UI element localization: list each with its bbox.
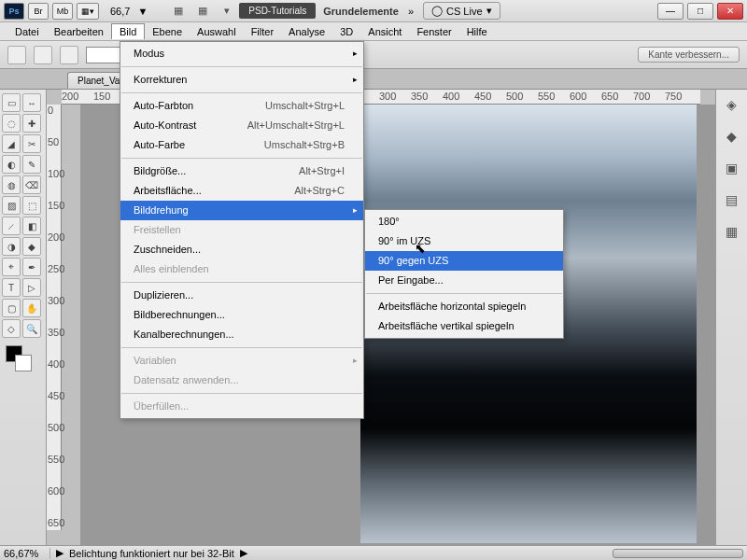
status-arrow2-icon[interactable]: ▶ (240, 547, 247, 559)
tool-slice[interactable]: ✂ (22, 134, 41, 153)
zoom-tool-icon[interactable]: ▦ (194, 4, 211, 19)
bridge-icon[interactable]: Br (28, 3, 49, 20)
scrollbar-horizontal[interactable] (253, 549, 743, 558)
menu-bild-dropdown: Modus Korrekturen Auto-FarbtonUmschalt+S… (120, 41, 364, 419)
minibridge-icon[interactable]: Mb (52, 3, 73, 20)
screenmode-icon[interactable]: ▦▾ (77, 3, 99, 20)
menu-item-modus[interactable]: Modus (120, 44, 363, 63)
status-message: Belichtung funktioniert nur bei 32-Bit (69, 548, 234, 559)
tool-brush[interactable]: ◍ (2, 175, 21, 194)
toolbox: ▭ ↔ ◌ ✚ ◢ ✂ ◐ ✎ ◍ ⌫ ▨ ⬚ ⟋ ◧ ◑ ◆ ⌖ ✒ T ▷ … (0, 90, 47, 545)
menu-item-duplizieren[interactable]: Duplizieren... (120, 286, 363, 305)
menu-item-90ccw[interactable]: 90° gegen UZS (365, 251, 563, 271)
menu-item-auto-farbe[interactable]: Auto-FarbeUmschalt+Strg+B (120, 135, 363, 155)
menu-item-ueberfuellen: Überfüllen... (120, 397, 363, 416)
tool-stamp[interactable]: ⌫ (22, 175, 41, 194)
menu-item-bildberechnungen[interactable]: Bildberechnungen... (120, 305, 363, 325)
color-swatches[interactable] (6, 345, 34, 373)
minimize-button[interactable]: — (657, 3, 684, 20)
tool-path[interactable]: ✒ (22, 258, 41, 276)
status-zoom[interactable]: 66,67% (4, 548, 50, 559)
ps-icon[interactable]: Ps (4, 3, 24, 20)
status-arrow-icon[interactable]: ▶ (56, 547, 63, 559)
tool-hand[interactable]: ✋ (22, 299, 41, 317)
titlebar: Ps Br Mb ▦▾ 66,7 ▼ ▦ ▦ ▾ PSD-Tutorials G… (0, 0, 747, 22)
zoom-dropdown-icon[interactable]: ▼ (137, 6, 148, 17)
workspace-more-icon[interactable]: » (408, 6, 414, 17)
cslive-button[interactable]: ◯CS Live▾ (423, 2, 500, 20)
menu-item-arbeitsflaeche[interactable]: Arbeitsfläche...Alt+Strg+C (120, 181, 363, 201)
tool-rotate[interactable]: ◇ (2, 319, 21, 338)
menu-hilfe[interactable]: Hilfe (459, 24, 495, 39)
zoom-level[interactable]: 66,7 (110, 6, 130, 17)
menu-item-kanalberechnungen[interactable]: Kanalberechnungen... (120, 325, 363, 344)
menu-item-180[interactable]: 180° (365, 212, 563, 231)
panel-layers-icon[interactable]: ▤ (723, 190, 741, 209)
menu-datei[interactable]: Datei (7, 24, 47, 39)
tool-dodge[interactable]: ◑ (2, 237, 21, 256)
menu-fenster[interactable]: Fenster (409, 24, 458, 39)
tool-wand[interactable]: ✚ (22, 114, 41, 133)
menu-item-zuschneiden[interactable]: Zuschneiden... (120, 240, 363, 259)
menu-filter[interactable]: Filter (244, 24, 281, 39)
tool-pen[interactable]: ◆ (22, 237, 41, 256)
menu-item-bilddrehung[interactable]: Bilddrehung (120, 201, 363, 220)
tool-3d[interactable]: ▷ (22, 278, 41, 297)
tool-heal[interactable]: ✎ (22, 155, 41, 174)
tool-move[interactable]: ↔ (22, 93, 41, 112)
arrange-icon[interactable]: ▾ (218, 4, 235, 19)
tool-gradient[interactable]: ⟋ (2, 217, 21, 235)
menu-item-freistellen: Freistellen (120, 220, 363, 240)
menu-item-datensatz: Datensatz anwenden... (120, 371, 363, 390)
maximize-button[interactable]: □ (687, 3, 713, 20)
menu-item-auto-kontrast[interactable]: Auto-KontrastAlt+Umschalt+Strg+L (120, 116, 363, 135)
tool-blur[interactable]: ◧ (22, 217, 41, 235)
hand-tool-icon[interactable]: ▦ (170, 4, 187, 19)
scrollbar-thumb[interactable] (613, 549, 743, 558)
tool-history[interactable]: ▨ (2, 196, 21, 215)
panel-color-icon[interactable]: ◈ (723, 95, 741, 114)
menu-item-90cw[interactable]: 90° im UZS (365, 231, 563, 251)
panel-channels-icon[interactable]: ▦ (723, 222, 741, 241)
menu-item-bildgroesse[interactable]: Bildgröße...Alt+Strg+I (120, 161, 363, 181)
cursor-icon: ⬉ (415, 241, 426, 256)
workspace-psd-tutorials[interactable]: PSD-Tutorials (239, 3, 316, 19)
menu-item-per-eingabe[interactable]: Per Eingabe... (365, 271, 563, 290)
menu-bearbeiten[interactable]: Bearbeiten (47, 24, 111, 39)
tool-eraser[interactable]: ⬚ (22, 196, 41, 215)
menu-item-flip-h[interactable]: Arbeitsfläche horizontal spiegeln (365, 297, 563, 316)
panel-swatches-icon[interactable]: ◆ (723, 127, 741, 146)
tool-preset-icon[interactable] (7, 46, 26, 64)
tool-marquee[interactable]: ▭ (2, 93, 21, 112)
background-swatch[interactable] (15, 355, 32, 371)
menu-bild[interactable]: Bild (111, 23, 145, 39)
submenu-bilddrehung: 180° 90° im UZS 90° gegen UZS Per Eingab… (364, 209, 564, 339)
refine-edge-button[interactable]: Kante verbessern... (638, 47, 740, 63)
menubar: Datei Bearbeiten Bild Ebene Auswahl Filt… (0, 22, 747, 41)
menu-item-alles-einblenden: Alles einblenden (120, 259, 363, 279)
document-tabs: Planet_Var Unbenannt-1 bei 66,7% (RGB/8)… (0, 69, 747, 90)
selection-new-icon[interactable] (34, 46, 52, 64)
menu-ebene[interactable]: Ebene (145, 24, 190, 39)
tool-shape[interactable]: T (2, 278, 21, 297)
menu-item-flip-v[interactable]: Arbeitsfläche vertikal spiegeln (365, 316, 563, 336)
menu-item-variablen: Variablen (120, 351, 363, 371)
ruler-vertical: 050100150200250300350400450500550600650 (47, 105, 62, 530)
menu-ansicht[interactable]: Ansicht (360, 24, 409, 39)
tool-type[interactable]: ⌖ (2, 258, 21, 276)
menu-item-korrekturen[interactable]: Korrekturen (120, 70, 363, 90)
tool-eyedropper[interactable]: ◐ (2, 155, 21, 174)
workspace-grundelemente[interactable]: Grundelemente (323, 6, 399, 17)
status-bar: 66,67% ▶ Belichtung funktioniert nur bei… (0, 545, 747, 560)
tool-zoom[interactable]: 🔍 (22, 319, 41, 338)
menu-analyse[interactable]: Analyse (281, 24, 332, 39)
selection-add-icon[interactable] (60, 46, 78, 64)
tool-lasso[interactable]: ◌ (2, 114, 21, 133)
menu-auswahl[interactable]: Auswahl (190, 24, 244, 39)
menu-item-auto-farbton[interactable]: Auto-FarbtonUmschalt+Strg+L (120, 96, 363, 116)
panel-adjust-icon[interactable]: ▣ (723, 159, 741, 177)
close-button[interactable]: ✕ (717, 3, 743, 20)
tool-3d2[interactable]: ▢ (2, 299, 21, 317)
menu-3d[interactable]: 3D (332, 24, 360, 39)
tool-crop[interactable]: ◢ (2, 134, 21, 153)
